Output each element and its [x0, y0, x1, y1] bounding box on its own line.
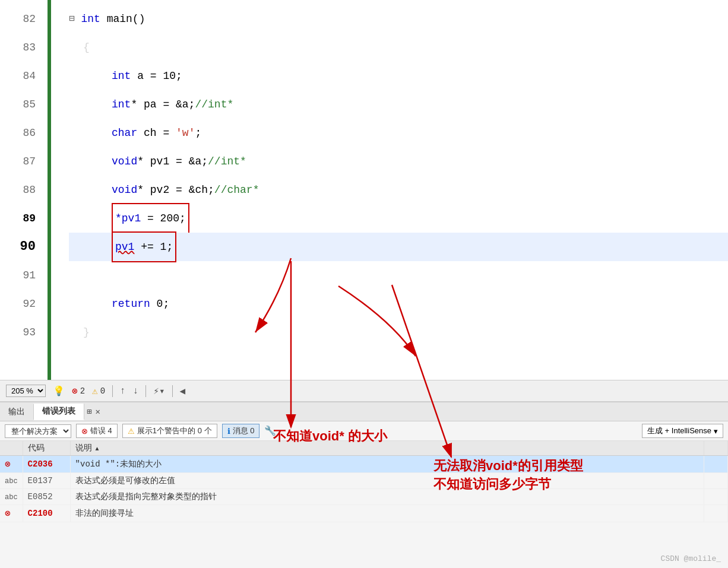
error-icon: ⊗	[72, 385, 78, 397]
row-icon: ⊗	[0, 456, 23, 473]
scroll-left-button[interactable]: ◀	[180, 385, 186, 397]
row-code: E0137	[23, 473, 70, 489]
line-num-90: 90	[0, 233, 36, 261]
error-row-icon-2: ⊗	[5, 509, 11, 519]
line-numbers: 82 83 84 85 86 87 88 89 90 91 92 93	[0, 0, 48, 380]
line-num-89: 89	[0, 204, 36, 233]
nav-down-button[interactable]: ↓	[133, 386, 139, 396]
row-desc: "void *":未知的大小	[70, 456, 704, 473]
col-desc[interactable]: 说明	[70, 441, 704, 456]
zoom-control[interactable]: 205 % 100 % 150 %	[6, 385, 46, 397]
code-line-92: return 0;	[69, 290, 728, 318]
code-line-90: pv1 += 1;	[69, 233, 728, 261]
editor-area: 82 83 84 85 86 87 88 89 90 91 92 93 ⊟ in…	[0, 0, 728, 380]
line-num-87: 87	[0, 147, 36, 176]
abc-row-icon-2: abc	[5, 493, 18, 502]
line-num-88: 88	[0, 176, 36, 204]
row-desc: 非法的间接寻址	[70, 505, 704, 522]
row-icon: abc	[0, 473, 23, 489]
col-code[interactable]: 代码	[23, 441, 70, 456]
table-row[interactable]: ⊗ C2036 "void *":未知的大小	[0, 456, 728, 473]
line-num-91: 91	[0, 261, 36, 290]
code-line-88: void* pv2 = &ch;//char*	[69, 176, 728, 204]
line-num-92: 92	[0, 290, 36, 318]
code-content[interactable]: ⊟ int main() { int a = 10; int* pa = &a;…	[51, 0, 728, 380]
line-num-93: 93	[0, 318, 36, 347]
bottom-panel: 输出 错误列表 ⊞ ✕ 整个解决方案 ⊗ 错误 4 ⚠ 展示1个警告中的 0 个…	[0, 401, 728, 568]
row-extra	[704, 473, 728, 489]
code-line-91	[69, 261, 728, 290]
close-icon[interactable]: ✕	[95, 407, 100, 417]
row-desc: 表达式必须是指向完整对象类型的指针	[70, 489, 704, 505]
abc-row-icon: abc	[5, 477, 18, 486]
info-dot-icon: ℹ	[227, 427, 230, 436]
panel-tab-actions: ⊞ ✕	[87, 407, 100, 417]
error-count: ⊗ 2	[72, 385, 85, 397]
row-code: C2036	[23, 456, 70, 473]
row-code: C2100	[23, 505, 70, 522]
scope-select[interactable]: 整个解决方案	[5, 424, 71, 438]
gen-dropdown-icon: ▾	[714, 427, 718, 436]
filter-extra-icon: 🔧	[264, 425, 276, 437]
status-bar: 205 % 100 % 150 % 💡 ⊗ 2 ⚠ 0 ↑ ↓ ⚡▾ ◀	[0, 380, 728, 401]
code-line-93: }	[69, 318, 728, 347]
warning-number: 0	[100, 386, 105, 396]
code-line-82: ⊟ int main()	[69, 5, 728, 33]
code-line-84: int a = 10;	[69, 62, 728, 90]
row-icon: abc	[0, 489, 23, 505]
error-table: 代码 说明 ⊗ C2036 "void *":未知的大小 abc E0137 表…	[0, 441, 728, 522]
warnings-filter-button[interactable]: ⚠ 展示1个警告中的 0 个	[122, 424, 217, 438]
filter-icon[interactable]: ⚡▾	[153, 385, 164, 397]
table-body: ⊗ C2036 "void *":未知的大小 abc E0137 表达式必须是可…	[0, 456, 728, 522]
panel-tab-bar: 输出 错误列表 ⊞ ✕	[0, 402, 728, 421]
line-num-83: 83	[0, 33, 36, 62]
table-row[interactable]: ⊗ C2100 非法的间接寻址	[0, 505, 728, 522]
zoom-select[interactable]: 205 % 100 % 150 %	[6, 385, 46, 397]
line-num-86: 86	[0, 119, 36, 147]
warnings-filter-label: 展示1个警告中的 0 个	[137, 426, 212, 436]
errors-filter-button[interactable]: ⊗ 错误 4	[76, 424, 118, 438]
row-code: E0852	[23, 489, 70, 505]
info-filter-button[interactable]: ℹ 消息 0	[222, 424, 260, 438]
code-line-89: *pv1 = 200;	[69, 204, 728, 233]
code-line-86: char ch = 'w';	[69, 119, 728, 147]
warning-dot-icon: ⚠	[128, 427, 135, 436]
separator-1	[112, 385, 113, 397]
line-num-84: 84	[0, 62, 36, 90]
row-extra	[704, 489, 728, 505]
line-num-85: 85	[0, 90, 36, 119]
panel-toolbar: 整个解决方案 ⊗ 错误 4 ⚠ 展示1个警告中的 0 个 ℹ 消息 0 🔧 生成…	[0, 421, 728, 441]
col-icon[interactable]	[0, 441, 23, 456]
nav-up-button[interactable]: ↑	[120, 386, 126, 396]
table-row[interactable]: abc E0852 表达式必须是指向完整对象类型的指针	[0, 489, 728, 505]
error-table-container[interactable]: 代码 说明 ⊗ C2036 "void *":未知的大小 abc E0137 表…	[0, 441, 728, 566]
col-extra[interactable]	[704, 441, 728, 456]
row-desc: 表达式必须是可修改的左值	[70, 473, 704, 489]
info-filter-label: 消息 0	[233, 426, 255, 436]
error-number: 2	[80, 386, 85, 396]
tab-error-list[interactable]: 错误列表	[34, 404, 84, 420]
table-header: 代码 说明	[0, 441, 728, 456]
tab-output[interactable]: 输出	[0, 404, 34, 420]
code-line-85: int* pa = &a;//int*	[69, 90, 728, 119]
error-highlight-90: pv1 += 1;	[112, 231, 176, 262]
warning-icon: ⚠	[92, 385, 98, 397]
pin-icon[interactable]: ⊞	[87, 407, 91, 417]
error-highlight-89: *pv1 = 200;	[112, 203, 189, 234]
gen-intellisense-button[interactable]: 生成 + IntelliSense ▾	[642, 424, 723, 438]
lightbulb-icon: 💡	[53, 385, 65, 397]
warning-count: ⚠ 0	[92, 385, 105, 397]
line-num-82: 82	[0, 5, 36, 33]
code-line-83: {	[69, 33, 728, 62]
row-extra	[704, 505, 728, 522]
row-extra	[704, 456, 728, 473]
code-line-87: void* pv1 = &a;//int*	[69, 147, 728, 176]
error-dot-icon: ⊗	[81, 427, 88, 436]
gen-intellisense-label: 生成 + IntelliSense	[647, 426, 711, 436]
row-icon: ⊗	[0, 505, 23, 522]
errors-filter-label: 错误 4	[90, 426, 112, 436]
separator-3	[172, 385, 173, 397]
separator-2	[145, 385, 146, 397]
table-row[interactable]: abc E0137 表达式必须是可修改的左值	[0, 473, 728, 489]
error-row-icon: ⊗	[5, 459, 11, 470]
